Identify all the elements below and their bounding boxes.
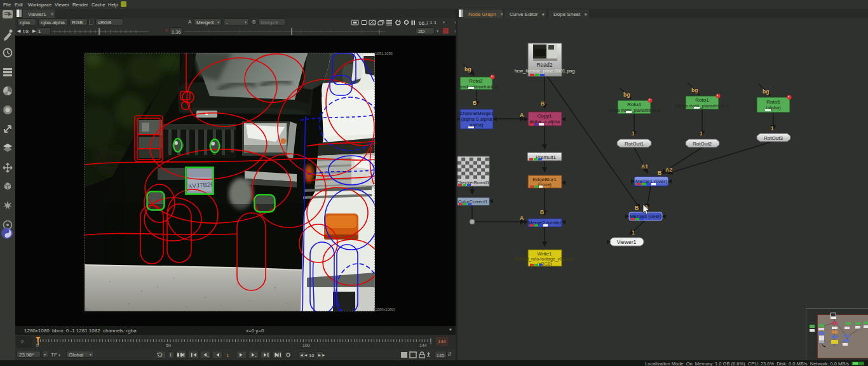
- svg-text:A: A: [520, 215, 524, 221]
- svg-text:hcw_license_plate.0001.png: hcw_license_plate.0001.png: [515, 68, 575, 74]
- svg-text:144: 144: [419, 343, 427, 348]
- svg-text:Roto2: Roto2: [469, 78, 483, 84]
- svg-text:B: B: [473, 100, 477, 106]
- svg-text:bg: bg: [691, 87, 698, 93]
- svg-text:Copy1: Copy1: [537, 113, 552, 119]
- svg-text:B: B: [540, 209, 544, 215]
- svg-text:Roto1: Roto1: [695, 97, 709, 103]
- svg-text:bg: bg: [763, 88, 769, 95]
- svg-text:A: A: [520, 112, 524, 118]
- svg-text:alpha -> alpha: alpha -> alpha: [529, 119, 560, 125]
- svg-text:1: 1: [226, 353, 229, 358]
- svg-text:RotOut1: RotOut1: [625, 141, 644, 147]
- svg-text:►►: ►►: [318, 353, 326, 357]
- svg-text:Write1: Write1: [538, 251, 553, 257]
- svg-text:(alpha mask_planartrack.a): (alpha mask_planartrack.a): [675, 104, 729, 109]
- svg-text:RotOut3: RotOut3: [764, 135, 783, 141]
- svg-text:10: 10: [309, 353, 314, 358]
- svg-text:CheckerBoard1: CheckerBoard1: [458, 180, 489, 186]
- svg-text:B: B: [541, 100, 545, 107]
- svg-text:1: 1: [632, 130, 635, 137]
- svg-text:bg: bg: [465, 66, 471, 72]
- svg-text:RotOut2: RotOut2: [693, 141, 712, 147]
- svg-text:Roto5: Roto5: [766, 99, 780, 105]
- svg-text:B: B: [658, 170, 661, 176]
- svg-text:100: 100: [302, 343, 310, 348]
- svg-text:1: 1: [771, 125, 774, 132]
- svg-text:(alpha S alpha: (alpha S alpha: [461, 116, 492, 122]
- svg-text:A1: A1: [641, 163, 648, 170]
- svg-text:bg: bg: [623, 92, 630, 98]
- svg-text:ChannelMerge1: ChannelMerge1: [459, 111, 493, 116]
- svg-text:1: 1: [632, 229, 635, 236]
- svg-text:t: t: [170, 353, 172, 357]
- svg-text:66.7: 66.7: [419, 20, 429, 26]
- svg-text:50: 50: [166, 343, 171, 348]
- svg-text:B: B: [635, 205, 639, 211]
- svg-text:1: 1: [700, 130, 703, 137]
- svg-text:(alpha mask_planartrack.a): (alpha mask_planartrack.a): [607, 108, 661, 113]
- svg-text:(a mask_planartrack.a): (a mask_planartrack.a): [458, 85, 499, 90]
- svg-text:Read2: Read2: [536, 62, 552, 68]
- svg-text:◄◄: ◄◄: [300, 353, 308, 357]
- svg-text:RotOut_roto-footage_v03.mov: RotOut_roto-footage_v03.mov: [515, 257, 575, 262]
- svg-text:Roto4: Roto4: [627, 102, 641, 107]
- svg-text:Viewer1: Viewer1: [617, 239, 637, 245]
- svg-text:A2: A2: [665, 166, 672, 173]
